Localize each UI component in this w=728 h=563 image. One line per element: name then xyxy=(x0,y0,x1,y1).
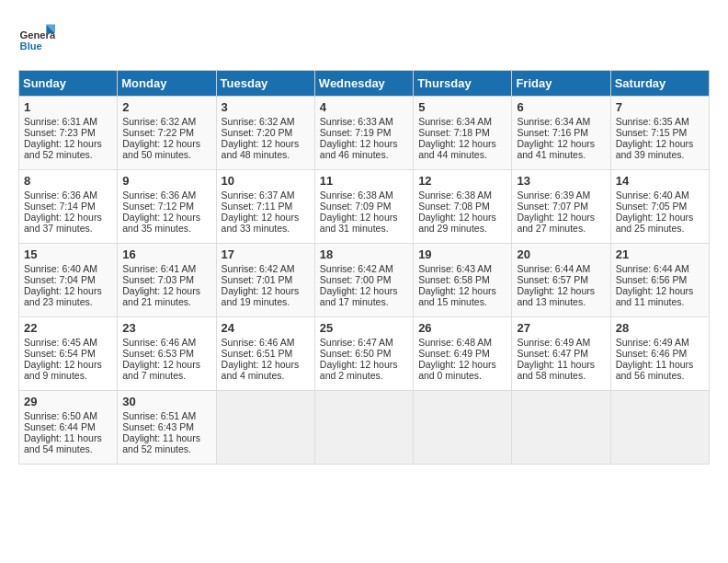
sunrise-label: Sunrise: 6:48 AM xyxy=(418,337,492,348)
day-header-wednesday: Wednesday xyxy=(314,71,413,97)
calendar-cell-2: 2Sunrise: 6:32 AMSunset: 7:22 PMDaylight… xyxy=(118,97,216,170)
sunrise-label: Sunrise: 6:44 AM xyxy=(616,263,689,274)
calendar-cell-4: 4Sunrise: 6:33 AMSunset: 7:19 PMDaylight… xyxy=(314,97,413,170)
calendar-cell-empty xyxy=(314,391,413,465)
day-number: 11 xyxy=(320,174,408,188)
day-header-sunday: Sunday xyxy=(19,71,118,97)
sunrise-label: Sunrise: 6:33 AM xyxy=(320,116,393,127)
calendar-body: 1Sunrise: 6:31 AMSunset: 7:23 PMDaylight… xyxy=(19,97,710,465)
daylight-label: Daylight: 11 hours and 58 minutes. xyxy=(517,359,595,381)
day-header-friday: Friday xyxy=(512,71,610,97)
sunset-label: Sunset: 7:05 PM xyxy=(616,201,688,212)
sunrise-label: Sunrise: 6:32 AM xyxy=(122,116,196,127)
calendar-cell-24: 24Sunrise: 6:46 AMSunset: 6:51 PMDayligh… xyxy=(216,317,314,391)
day-number: 4 xyxy=(320,100,408,114)
sunrise-label: Sunrise: 6:49 AM xyxy=(517,337,590,348)
day-number: 13 xyxy=(517,174,605,188)
sunrise-label: Sunrise: 6:51 AM xyxy=(122,410,196,421)
calendar-cell-empty xyxy=(512,391,610,465)
sunrise-label: Sunrise: 6:36 AM xyxy=(122,190,196,201)
day-number: 24 xyxy=(222,321,310,335)
calendar-row: 22Sunrise: 6:45 AMSunset: 6:54 PMDayligh… xyxy=(19,317,710,391)
daylight-label: Daylight: 12 hours and 21 minutes. xyxy=(122,285,200,307)
sunrise-label: Sunrise: 6:31 AM xyxy=(24,116,97,127)
calendar-cell-11: 11Sunrise: 6:38 AMSunset: 7:09 PMDayligh… xyxy=(314,170,413,244)
day-header-monday: Monday xyxy=(118,71,216,97)
sunset-label: Sunset: 7:15 PM xyxy=(616,127,688,138)
day-number: 18 xyxy=(320,247,408,261)
sunrise-label: Sunrise: 6:42 AM xyxy=(320,263,393,274)
sunrise-label: Sunrise: 6:37 AM xyxy=(222,190,295,201)
calendar-cell-12: 12Sunrise: 6:38 AMSunset: 7:08 PMDayligh… xyxy=(414,170,512,244)
sunset-label: Sunset: 6:57 PM xyxy=(517,274,588,285)
calendar-header-row: SundayMondayTuesdayWednesdayThursdayFrid… xyxy=(19,71,710,97)
day-number: 6 xyxy=(517,100,605,114)
day-number: 3 xyxy=(222,100,310,114)
daylight-label: Daylight: 12 hours and 31 minutes. xyxy=(320,212,398,234)
daylight-label: Daylight: 12 hours and 25 minutes. xyxy=(616,212,694,234)
calendar-cell-8: 8Sunrise: 6:36 AMSunset: 7:14 PMDaylight… xyxy=(19,170,118,244)
daylight-label: Daylight: 12 hours and 9 minutes. xyxy=(24,359,102,381)
sunrise-label: Sunrise: 6:35 AM xyxy=(616,116,689,127)
day-number: 8 xyxy=(24,174,112,188)
sunrise-label: Sunrise: 6:38 AM xyxy=(320,190,393,201)
daylight-label: Daylight: 11 hours and 54 minutes. xyxy=(24,432,102,454)
calendar-cell-14: 14Sunrise: 6:40 AMSunset: 7:05 PMDayligh… xyxy=(610,170,709,244)
sunset-label: Sunset: 7:16 PM xyxy=(517,127,588,138)
calendar-cell-27: 27Sunrise: 6:49 AMSunset: 6:47 PMDayligh… xyxy=(512,317,610,391)
sunrise-label: Sunrise: 6:38 AM xyxy=(418,190,492,201)
day-number: 19 xyxy=(418,247,506,261)
sunset-label: Sunset: 7:08 PM xyxy=(418,201,490,212)
calendar-cell-20: 20Sunrise: 6:44 AMSunset: 6:57 PMDayligh… xyxy=(512,244,610,317)
daylight-label: Daylight: 12 hours and 23 minutes. xyxy=(24,285,102,307)
day-header-saturday: Saturday xyxy=(610,71,709,97)
sunrise-label: Sunrise: 6:40 AM xyxy=(616,190,689,201)
calendar-cell-5: 5Sunrise: 6:34 AMSunset: 7:18 PMDaylight… xyxy=(414,97,512,170)
logo-icon: General Blue xyxy=(18,18,55,55)
daylight-label: Daylight: 12 hours and 4 minutes. xyxy=(222,359,300,381)
day-number: 23 xyxy=(122,321,210,335)
calendar-cell-1: 1Sunrise: 6:31 AMSunset: 7:23 PMDaylight… xyxy=(19,97,118,170)
daylight-label: Daylight: 11 hours and 56 minutes. xyxy=(616,359,694,381)
sunset-label: Sunset: 7:14 PM xyxy=(24,201,96,212)
calendar-cell-10: 10Sunrise: 6:37 AMSunset: 7:11 PMDayligh… xyxy=(216,170,314,244)
daylight-label: Daylight: 12 hours and 39 minutes. xyxy=(616,138,694,160)
day-number: 20 xyxy=(517,247,605,261)
sunrise-label: Sunrise: 6:34 AM xyxy=(517,116,590,127)
calendar-cell-17: 17Sunrise: 6:42 AMSunset: 7:01 PMDayligh… xyxy=(216,244,314,317)
day-number: 29 xyxy=(24,395,112,408)
sunset-label: Sunset: 7:22 PM xyxy=(122,127,194,138)
sunrise-label: Sunrise: 6:42 AM xyxy=(222,263,295,274)
day-number: 5 xyxy=(418,100,506,114)
calendar-row: 15Sunrise: 6:40 AMSunset: 7:04 PMDayligh… xyxy=(19,244,710,317)
calendar-cell-26: 26Sunrise: 6:48 AMSunset: 6:49 PMDayligh… xyxy=(414,317,512,391)
sunrise-label: Sunrise: 6:41 AM xyxy=(122,263,196,274)
daylight-label: Daylight: 12 hours and 37 minutes. xyxy=(24,212,102,234)
daylight-label: Daylight: 12 hours and 19 minutes. xyxy=(222,285,300,307)
daylight-label: Daylight: 12 hours and 17 minutes. xyxy=(320,285,398,307)
calendar-cell-empty xyxy=(216,391,314,465)
day-number: 30 xyxy=(122,395,210,408)
sunrise-label: Sunrise: 6:46 AM xyxy=(222,337,295,348)
sunrise-label: Sunrise: 6:39 AM xyxy=(517,190,590,201)
sunset-label: Sunset: 6:43 PM xyxy=(122,421,194,432)
sunset-label: Sunset: 7:00 PM xyxy=(320,274,392,285)
day-number: 7 xyxy=(616,100,704,114)
calendar-cell-6: 6Sunrise: 6:34 AMSunset: 7:16 PMDaylight… xyxy=(512,97,610,170)
day-number: 14 xyxy=(616,174,704,188)
daylight-label: Daylight: 12 hours and 15 minutes. xyxy=(418,285,496,307)
calendar-cell-23: 23Sunrise: 6:46 AMSunset: 6:53 PMDayligh… xyxy=(118,317,216,391)
sunrise-label: Sunrise: 6:49 AM xyxy=(616,337,689,348)
calendar-cell-7: 7Sunrise: 6:35 AMSunset: 7:15 PMDaylight… xyxy=(610,97,709,170)
sunset-label: Sunset: 7:19 PM xyxy=(320,127,392,138)
sunrise-label: Sunrise: 6:50 AM xyxy=(24,410,97,421)
sunrise-label: Sunrise: 6:45 AM xyxy=(24,337,97,348)
sunset-label: Sunset: 7:12 PM xyxy=(122,201,194,212)
sunset-label: Sunset: 6:47 PM xyxy=(517,348,588,359)
sunset-label: Sunset: 6:49 PM xyxy=(418,348,490,359)
daylight-label: Daylight: 12 hours and 29 minutes. xyxy=(418,212,496,234)
calendar-cell-29: 29Sunrise: 6:50 AMSunset: 6:44 PMDayligh… xyxy=(19,391,118,465)
daylight-label: Daylight: 12 hours and 50 minutes. xyxy=(122,138,200,160)
calendar-cell-28: 28Sunrise: 6:49 AMSunset: 6:46 PMDayligh… xyxy=(610,317,709,391)
calendar-row: 8Sunrise: 6:36 AMSunset: 7:14 PMDaylight… xyxy=(19,170,710,244)
